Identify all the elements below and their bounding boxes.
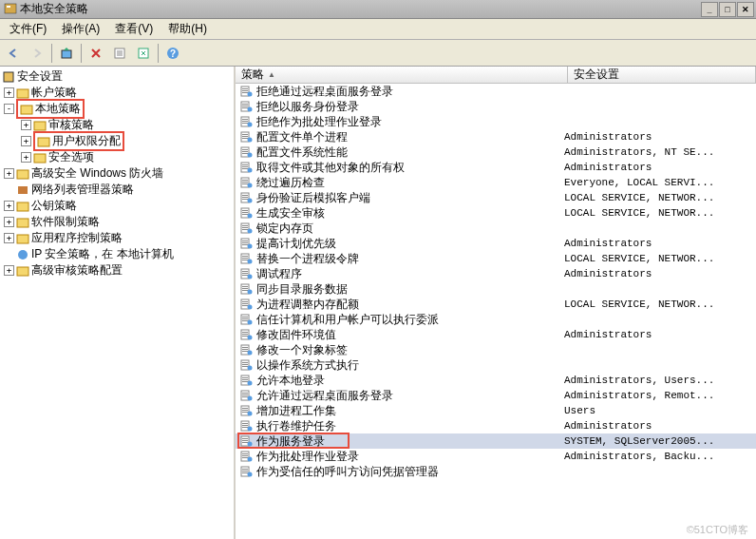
tree-public-key[interactable]: + 公钥策略: [0, 198, 234, 214]
svg-rect-25: [242, 90, 248, 91]
list-panel: 策略 ▲ 安全设置 拒绝通过远程桌面服务登录拒绝以服务身份登录拒绝作为批处理作业…: [236, 67, 756, 539]
delete-button[interactable]: [85, 42, 107, 65]
policy-row[interactable]: 作为受信任的呼叫方访问凭据管理器: [236, 464, 756, 479]
svg-rect-59: [242, 195, 248, 196]
policy-row[interactable]: 提高计划优先级Administrators: [236, 236, 756, 251]
back-button[interactable]: [2, 42, 25, 65]
policy-row[interactable]: 锁定内存页: [236, 221, 756, 236]
expand-icon[interactable]: +: [4, 168, 14, 179]
policy-row[interactable]: 为进程调整内存配额LOCAL SERVICE, NETWOR...: [236, 297, 756, 312]
app-icon: [4, 3, 17, 16]
menu-view[interactable]: 查看(V): [107, 19, 161, 39]
svg-rect-12: [21, 106, 32, 114]
policy-row[interactable]: 允许本地登录Administrators, Users...: [236, 373, 756, 388]
menu-file[interactable]: 文件(F): [2, 19, 54, 39]
policy-row[interactable]: 信任计算机和用户帐户可以执行委派: [236, 312, 756, 327]
policy-icon: [239, 252, 253, 265]
svg-rect-149: [242, 469, 248, 470]
svg-rect-130: [242, 410, 248, 411]
tree-app-control[interactable]: + 应用程序控制策略: [0, 230, 234, 246]
policy-name: 执行卷维护任务: [256, 418, 336, 434]
tree-ip-security[interactable]: IP 安全策略，在 本地计算机: [0, 246, 234, 262]
svg-rect-2: [62, 50, 71, 58]
policy-icon: [239, 115, 253, 128]
svg-rect-84: [242, 271, 248, 272]
svg-rect-20: [17, 235, 28, 243]
expand-icon[interactable]: +: [4, 265, 14, 276]
policy-value: Administrators: [564, 238, 756, 249]
svg-point-32: [248, 107, 253, 112]
policy-icon: [239, 100, 253, 113]
svg-rect-111: [242, 351, 248, 352]
expand-icon[interactable]: +: [4, 201, 14, 211]
policy-name: 生成安全审核: [256, 205, 325, 221]
policy-row[interactable]: 以操作系统方式执行: [236, 357, 756, 373]
policy-value: Administrators, Users...: [564, 375, 756, 386]
properties-button[interactable]: [108, 42, 131, 65]
policy-icon: [239, 404, 253, 417]
tree-local-policy[interactable]: - 本地策略: [0, 101, 234, 117]
policy-icon: [239, 313, 253, 326]
policy-row[interactable]: 增加进程工作集Users: [236, 403, 756, 418]
tree-user-rights[interactable]: + 用户权限分配: [0, 133, 234, 149]
svg-rect-45: [242, 151, 248, 152]
column-security-setting[interactable]: 安全设置: [568, 67, 756, 83]
tree-network-list[interactable]: 网络列表管理器策略: [0, 182, 234, 198]
policy-icon: [239, 267, 253, 280]
expand-icon[interactable]: +: [4, 233, 14, 243]
policy-row[interactable]: 修改一个对象标签: [236, 342, 756, 357]
svg-rect-89: [242, 286, 248, 287]
highlight-user-rights: 用户权限分配: [33, 131, 124, 151]
menu-action[interactable]: 操作(A): [54, 19, 107, 39]
toolbar-separator: [81, 44, 82, 63]
policy-icon: [239, 450, 253, 463]
policy-row[interactable]: 作为服务登录SYSTEM, SQLServer2005...: [236, 433, 756, 449]
svg-rect-141: [242, 442, 248, 443]
tree-firewall[interactable]: + 高级安全 Windows 防火墙: [0, 165, 234, 182]
tree-security-options[interactable]: + 安全选项: [0, 149, 234, 165]
svg-rect-44: [242, 149, 248, 150]
tree-software-restriction[interactable]: + 软件限制策略: [0, 214, 234, 230]
policy-name: 替换一个进程级令牌: [256, 251, 359, 267]
expand-icon[interactable]: +: [4, 87, 14, 98]
minimize-button[interactable]: _: [701, 2, 718, 17]
menu-help[interactable]: 帮助(H): [161, 19, 215, 39]
policy-row[interactable]: 身份验证后模拟客户端LOCAL SERVICE, NETWOR...: [236, 190, 756, 205]
collapse-icon[interactable]: -: [4, 104, 14, 114]
refresh-button[interactable]: [132, 42, 155, 65]
column-policy[interactable]: 策略 ▲: [236, 67, 568, 83]
expand-icon[interactable]: +: [4, 217, 14, 227]
policy-row[interactable]: 取得文件或其他对象的所有权Administrators: [236, 160, 756, 175]
policy-row[interactable]: 允许通过远程桌面服务登录Administrators, Remot...: [236, 388, 756, 403]
policy-row[interactable]: 执行卷维护任务Administrators: [236, 418, 756, 433]
maximize-button[interactable]: □: [719, 2, 736, 17]
close-button[interactable]: ✕: [737, 2, 754, 17]
policy-row[interactable]: 配置文件系统性能Administrators, NT SE...: [236, 144, 756, 160]
policy-row[interactable]: 生成安全审核LOCAL SERVICE, NETWOR...: [236, 205, 756, 221]
policy-row[interactable]: 配置文件单个进程Administrators: [236, 129, 756, 144]
policy-row[interactable]: 同步目录服务数据: [236, 281, 756, 297]
expand-icon[interactable]: +: [21, 152, 31, 163]
svg-rect-49: [242, 164, 248, 165]
policy-row[interactable]: 作为批处理作业登录Administrators, Backu...: [236, 449, 756, 464]
svg-rect-26: [242, 92, 248, 93]
policy-row[interactable]: 替换一个进程级令牌LOCAL SERVICE, NETWOR...: [236, 251, 756, 266]
policy-row[interactable]: 拒绝作为批处理作业登录: [236, 114, 756, 129]
up-button[interactable]: [55, 42, 78, 65]
policy-icon: [239, 206, 253, 220]
policy-row[interactable]: 调试程序Administrators: [236, 266, 756, 281]
svg-point-27: [248, 92, 253, 97]
expand-icon[interactable]: +: [21, 136, 31, 146]
policy-row[interactable]: 拒绝通过远程桌面服务登录: [236, 84, 756, 99]
help-button[interactable]: ?: [161, 42, 184, 65]
svg-rect-66: [242, 214, 248, 215]
tree-root[interactable]: 安全设置: [0, 68, 234, 85]
policy-row[interactable]: 绕过遍历检查Everyone, LOCAL SERVI...: [236, 175, 756, 190]
forward-button[interactable]: [26, 42, 48, 65]
policy-row[interactable]: 修改固件环境值Administrators: [236, 327, 756, 342]
policy-row[interactable]: 拒绝以服务身份登录: [236, 99, 756, 114]
policy-value: Everyone, LOCAL SERVI...: [564, 177, 756, 188]
policy-icon: [239, 130, 253, 144]
tree-advanced-audit[interactable]: + 高级审核策略配置: [0, 262, 234, 279]
expand-icon[interactable]: +: [21, 120, 31, 130]
